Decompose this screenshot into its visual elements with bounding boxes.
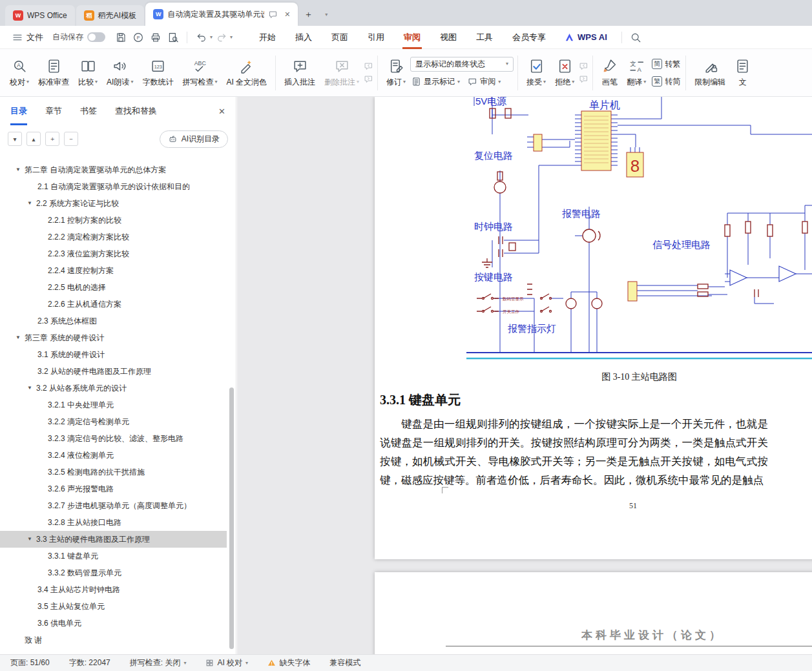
toc-item[interactable]: 致 谢 (0, 632, 227, 648)
new-tab-button[interactable]: ＋ (300, 7, 316, 23)
ai-polish-button[interactable]: AI 全文润色 (222, 52, 271, 94)
toc-item[interactable]: 3.2.6 声光报警电路 (0, 480, 227, 497)
collapse-all-button[interactable]: ▴ (26, 132, 41, 146)
tab-docer-template[interactable]: 稻 稻壳AI模板 (76, 5, 144, 26)
search-button[interactable] (627, 29, 645, 46)
document-canvas[interactable]: 8 (237, 97, 812, 654)
chevron-down-icon[interactable]: ▼ (27, 195, 36, 212)
toc-item[interactable]: 2.1 自动滴定装置驱动单元的设计依据和目的 (0, 178, 227, 195)
document-page-52[interactable]: 本科毕业设计（论文） (375, 572, 812, 654)
toc-item[interactable]: 3.2.8 主从站接口电路 (0, 514, 227, 531)
demote-button[interactable]: － (64, 132, 78, 146)
toc-item[interactable]: 2.2.1 控制方案的比较 (0, 212, 227, 229)
delete-comment-button[interactable]: 删除批注▾ (320, 52, 364, 94)
tab-sections[interactable]: 章节 (45, 97, 62, 125)
tab-current-document[interactable]: W 自动滴定装置及其驱动单元设... ✕ (145, 3, 298, 26)
insert-comment-button[interactable]: 插入批注 (280, 52, 320, 94)
menu-review[interactable]: 审阅 (394, 26, 430, 49)
save-button[interactable] (112, 29, 129, 46)
menu-member[interactable]: 会员专享 (503, 26, 556, 49)
status-word-count[interactable]: 字数: 22047 (69, 657, 110, 668)
toc-item[interactable]: 3.2.1 中央处理单元 (0, 397, 227, 413)
chevron-down-icon[interactable]: ▼ (16, 161, 25, 178)
compare-button[interactable]: 比较▾ (74, 52, 102, 94)
toc-item[interactable]: 2.2.6 主从机通信方案 (0, 296, 227, 313)
toc-item[interactable]: 3.5 主从站复位单元 (0, 598, 227, 615)
print-button[interactable] (147, 29, 164, 46)
status-page-indicator[interactable]: 页面: 51/60 (10, 657, 50, 668)
close-sidebar-icon[interactable]: ✕ (218, 107, 225, 116)
redo-dropdown[interactable]: ▾ (230, 35, 233, 40)
toc-item[interactable]: 3.1 系统的硬件设计 (0, 346, 227, 363)
next-comment-icon[interactable] (364, 74, 373, 84)
tab-bookmarks[interactable]: 书签 (80, 97, 97, 125)
tab-wps-office[interactable]: W WPS Office (5, 5, 75, 26)
toc-item[interactable]: 2.2.2 滴定检测方案比较 (0, 229, 227, 245)
proofread-button[interactable]: 校对▾ (5, 52, 34, 94)
show-markup-button[interactable]: 显示标记 ▾ (410, 75, 461, 89)
status-ai-proofread[interactable]: AI 校对▾ (205, 657, 248, 668)
menu-insert[interactable]: 插入 (286, 26, 322, 49)
document-page-51[interactable]: 8 (375, 97, 812, 559)
print-preview-button[interactable] (164, 29, 182, 46)
ai-detect-toc-button[interactable]: AI识别目录 (160, 130, 228, 148)
menu-view[interactable]: 视图 (430, 26, 466, 49)
next-change-icon[interactable] (579, 74, 588, 84)
toc-item[interactable]: ▼2.2 系统方案论证与比较 (0, 195, 227, 212)
file-menu[interactable]: 文件 (6, 32, 48, 43)
redo-button[interactable] (213, 29, 230, 46)
comment-bubble-icon[interactable] (268, 10, 278, 19)
display-for-review-select[interactable]: 显示标记的最终状态 ▾ (410, 57, 514, 72)
toc-item[interactable]: 3.2.3 滴定信号的比较、滤波、整形电路 (0, 430, 227, 447)
export-pdf-button[interactable] (129, 29, 147, 46)
spell-check-button[interactable]: 拼写检查▾ (178, 52, 222, 94)
menu-page[interactable]: 页面 (322, 26, 358, 49)
toc-item[interactable]: 3.2.5 检测电路的抗干扰措施 (0, 464, 227, 480)
promote-button[interactable]: ＋ (45, 132, 59, 146)
tab-list-dropdown[interactable]: ▾ (318, 7, 334, 23)
tab-contents[interactable]: 目录 (10, 97, 27, 125)
word-count-button[interactable]: 字数统计 (138, 52, 178, 94)
previous-change-icon[interactable] (579, 61, 588, 71)
menu-reference[interactable]: 引用 (358, 26, 394, 49)
toc-item[interactable]: 3.2.7 步进电机驱动单元（高度调整单元） (0, 497, 227, 514)
toc-item-clipped[interactable]: …… (0, 156, 227, 161)
track-changes-button[interactable]: 修订▾ (382, 52, 410, 94)
chevron-down-icon[interactable]: ▼ (16, 329, 25, 346)
toc-item[interactable]: 3.2 从站的硬件电路图及工作原理 (0, 363, 227, 380)
close-tab-icon[interactable]: ✕ (284, 10, 290, 19)
toc-item[interactable]: 2.2.3 液位监测方案比较 (0, 245, 227, 262)
status-compat-mode[interactable]: 兼容模式 (329, 657, 360, 668)
translate-button[interactable]: 翻译▾ (622, 52, 651, 94)
toc-item[interactable]: 3.3.1 键盘单元 (0, 548, 227, 564)
restrict-editing-button[interactable]: 限制编辑 (690, 52, 730, 94)
undo-button[interactable] (193, 29, 210, 46)
tab-find-replace[interactable]: 查找和替换 (115, 97, 157, 125)
toc-item-selected[interactable]: ▼3.3 主站的硬件电路图及工作原理 (0, 531, 227, 548)
ink-brush-button[interactable]: 画笔 (597, 52, 622, 94)
ai-read-button[interactable]: AI朗读▾ (102, 52, 138, 94)
chevron-down-icon[interactable]: ▼ (27, 531, 36, 548)
clipped-ribbon-button[interactable]: 文 (730, 52, 755, 94)
toc-item[interactable]: ▼第二章 自动滴定装置驱动单元的总体方案 (0, 161, 227, 178)
menu-home[interactable]: 开始 (249, 26, 286, 49)
autosave-toggle[interactable] (87, 32, 105, 42)
toc-item[interactable]: 3.3.2 数码管显示单元 (0, 564, 227, 581)
reviewing-pane-button[interactable]: 审阅 ▾ (466, 75, 502, 89)
accept-button[interactable]: 接受▾ (522, 52, 550, 94)
to-traditional-button[interactable]: 简 转繁 (651, 57, 682, 71)
toc-item[interactable]: 2.3 系统总体框图 (0, 313, 227, 329)
wps-ai-menu[interactable]: WPS AI (556, 32, 616, 42)
toc-item[interactable]: ▼3.2 从站各系统单元的设计 (0, 380, 227, 397)
standard-review-button[interactable]: 标准审查 (34, 52, 74, 94)
toc-item[interactable]: 3.4 主从站芯片时钟电路 (0, 581, 227, 598)
toc-item[interactable]: 2.2.4 速度控制方案 (0, 262, 227, 279)
status-missing-font[interactable]: 缺失字体 (267, 657, 310, 668)
toc-item[interactable]: ▼第三章 系统的硬件设计 (0, 329, 227, 346)
status-spell-check[interactable]: 拼写检查: 关闭▾ (130, 657, 187, 668)
menu-tools[interactable]: 工具 (466, 26, 503, 49)
reject-button[interactable]: 拒绝▾ (550, 52, 579, 94)
sidebar-scrollbar-thumb[interactable] (229, 387, 234, 649)
expand-all-button[interactable]: ▾ (8, 132, 22, 146)
toc-item[interactable]: 3.6 供电单元 (0, 615, 227, 632)
